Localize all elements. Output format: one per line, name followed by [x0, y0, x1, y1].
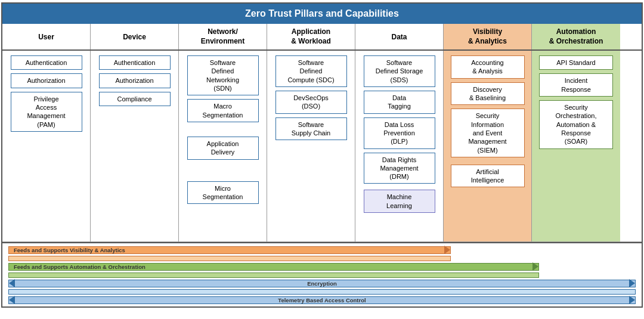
- bar-feeds-automation-sub: [5, 272, 639, 278]
- network-macro-box: MacroSegmentation: [187, 99, 259, 122]
- vis-discovery-box: Discovery& Baselining: [451, 82, 525, 106]
- header-network: Network/Environment: [179, 24, 267, 49]
- bar-telemetry: Telemetry Based Access Control: [8, 296, 636, 304]
- arrow-icon: [444, 246, 450, 254]
- bar-encryption-sub: [5, 289, 639, 295]
- bar-sub-blue: [8, 289, 636, 295]
- bar-feeds-visibility-row: Feeds and Supports Visibility & Analytic…: [5, 246, 639, 254]
- network-micro-box: MicroSegmentation: [187, 181, 259, 205]
- bar-feeds-visibility-text: Feeds and Supports Visibility & Analytic…: [14, 247, 125, 253]
- network-appdelivery-box: ApplicationDelivery: [187, 137, 259, 160]
- arrow-icon-green: [532, 262, 538, 271]
- bar-sub-orange: [8, 256, 451, 261]
- app-supplychain-box: SoftwareSupply Chain: [275, 117, 347, 141]
- user-auth-box: Authentication: [11, 55, 82, 70]
- arrow-left-icon: [9, 279, 15, 287]
- col-user-body: Authentication Authorization PrivilegeAc…: [2, 51, 91, 241]
- app-devsecops-box: DevSecOps(DSO): [275, 91, 347, 114]
- header-device: Device: [91, 24, 179, 49]
- bar-feeds-automation-row: Feeds and Supports Automation & Orchestr…: [5, 262, 639, 271]
- auto-api-box: API Standard: [539, 55, 613, 70]
- bar-telemetry-text: Telemetry Based Access Control: [278, 297, 366, 303]
- col-device-body: Authentication Authorization Compliance: [91, 51, 179, 241]
- arrow-right-tel-icon: [629, 296, 635, 304]
- bar-feeds-visibility-sub: [5, 255, 639, 261]
- header-data: Data: [355, 24, 444, 49]
- bar-encryption-text: Encryption: [307, 280, 337, 287]
- arrow-right-icon: [629, 279, 635, 287]
- col-visibility-body: Accounting& Analysis Discovery& Baselini…: [444, 51, 532, 241]
- header-visibility: Visibility& Analytics: [444, 24, 532, 49]
- header-user: User: [2, 24, 91, 49]
- device-authz-box: Authorization: [99, 73, 171, 88]
- bar-feeds-automation-text: Feeds and Supports Automation & Orchestr…: [14, 264, 145, 270]
- vis-accounting-box: Accounting& Analysis: [451, 55, 525, 79]
- app-sdc-box: SoftwareDefinedCompute (SDC): [275, 55, 347, 87]
- data-tagging-box: DataTagging: [364, 91, 435, 114]
- bar-feeds-visibility: Feeds and Supports Visibility & Analytic…: [8, 246, 451, 254]
- col-data-body: SoftwareDefined Storage(SDS) DataTagging…: [355, 51, 444, 241]
- bar-feeds-automation: Feeds and Supports Automation & Orchestr…: [8, 263, 539, 271]
- bar-telemetry-row: Telemetry Based Access Control: [5, 296, 639, 304]
- bottom-bars-section: Feeds and Supports Visibility & Analytic…: [2, 242, 642, 306]
- main-container: Zero Trust Pillars and Capabilities User…: [1, 2, 643, 308]
- vis-siem-box: SecurityInformationand EventManagement(S…: [451, 109, 525, 157]
- page-title: Zero Trust Pillars and Capabilities: [2, 4, 642, 24]
- header-automation: Automation& Orchestration: [532, 24, 620, 49]
- device-compliance-box: Compliance: [99, 92, 171, 106]
- col-network-body: SoftwareDefinedNetworking(SDN) MacroSegm…: [179, 51, 267, 241]
- column-headers: User Device Network/Environment Applicat…: [2, 24, 642, 51]
- data-drm-box: Data RightsManagement(DRM): [364, 153, 435, 184]
- network-sdn-box: SoftwareDefinedNetworking(SDN): [187, 55, 259, 95]
- device-auth-box: Authentication: [99, 55, 171, 70]
- col-automation-body: API Standard IncidentResponse SecurityOr…: [532, 51, 620, 241]
- bar-encryption: Encryption: [8, 280, 636, 287]
- data-sds-box: SoftwareDefined Storage(SDS): [364, 55, 435, 87]
- data-dlp-box: Data LossPrevention(DLP): [364, 117, 435, 149]
- header-app: Application& Workload: [267, 24, 355, 49]
- arrow-left-tel-icon: [9, 296, 15, 304]
- auto-incident-box: IncidentResponse: [539, 73, 613, 97]
- bar-sub-green: [8, 272, 539, 278]
- auto-soar-box: SecurityOrchestration,Automation &Respon…: [539, 100, 613, 148]
- col-app-body: SoftwareDefinedCompute (SDC) DevSecOps(D…: [267, 51, 355, 241]
- user-pam-box: PrivilegeAccessManagement(PAM): [11, 92, 82, 132]
- bar-encryption-row: Encryption: [5, 279, 639, 287]
- vis-ai-box: ArtificialIntelligence: [451, 165, 525, 188]
- user-authz-box: Authorization: [11, 73, 82, 88]
- main-content-area: Authentication Authorization PrivilegeAc…: [2, 51, 642, 242]
- data-ml-box: MachineLearning: [364, 190, 435, 213]
